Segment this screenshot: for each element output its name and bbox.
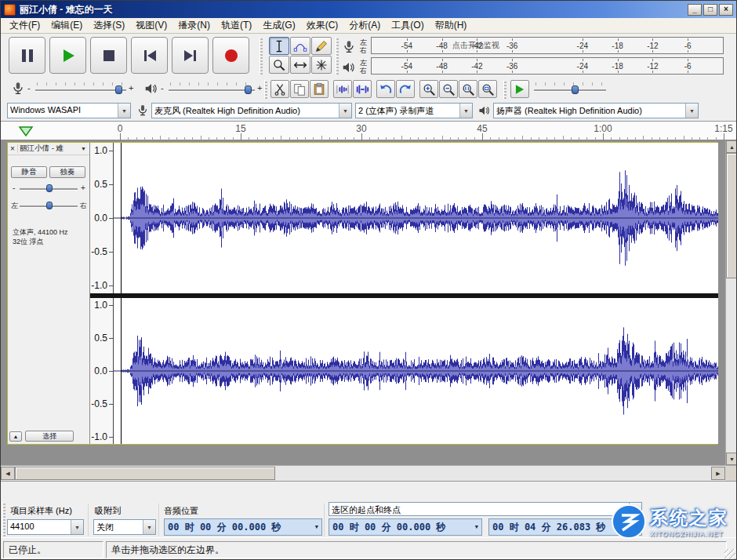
menu-select[interactable]: 选择(S) [88, 17, 130, 34]
title-bar[interactable]: 丽江小倩 - 难忘的一天 _ □ × [1, 1, 736, 18]
menu-view[interactable]: 视图(V) [130, 17, 172, 34]
selection-start-field[interactable]: 00 时 00 分 00.000 秒 ▼ [329, 518, 482, 536]
zoom-selection-button[interactable] [459, 80, 477, 98]
selection-tool-button[interactable] [269, 37, 289, 55]
amplitude-scale-label: 0.0 [94, 213, 107, 224]
mic-volume-thumb[interactable] [115, 85, 122, 94]
trim-audio-button[interactable] [333, 80, 352, 98]
undo-button[interactable] [376, 80, 395, 98]
record-channels-select[interactable]: 2 (立体声) 录制声道 ▼ [355, 103, 473, 118]
playback-meter[interactable]: -54-48-42-36-24-18-12-6 [371, 57, 724, 75]
gain-slider[interactable] [20, 183, 78, 194]
timeline-ruler[interactable]: 01530451:001:15 [1, 122, 736, 140]
play-speed-slider[interactable] [534, 81, 606, 95]
zoom-fit-button[interactable] [478, 80, 497, 98]
toolbar-gripper[interactable] [503, 80, 506, 99]
amplitude-scale-label: 1.0 [94, 300, 107, 311]
meter-tick [688, 38, 688, 41]
gain-thumb[interactable] [46, 184, 53, 192]
mic-volume-slider[interactable] [35, 81, 126, 95]
draw-tool-button[interactable] [311, 37, 332, 55]
silence-audio-button[interactable] [353, 80, 372, 98]
menu-transport[interactable]: 播录(N) [172, 17, 216, 34]
paste-button[interactable] [310, 80, 329, 98]
zoom-in-button[interactable] [419, 80, 438, 98]
cut-button[interactable] [270, 80, 289, 98]
watermark-title: 系统之家 [650, 506, 728, 530]
scroll-up-button[interactable]: ▲ [726, 140, 737, 153]
copy-button[interactable] [290, 80, 309, 98]
selection-range-mode-select[interactable]: 选区的起点和终点 ▼ [329, 502, 642, 516]
playback-volume-thumb[interactable] [245, 85, 252, 94]
waveform-channel-1[interactable] [114, 143, 718, 293]
input-device-select[interactable]: 麦克风 (Realtek High Definition Audio) ▼ [151, 103, 352, 118]
waveform-channel-2[interactable] [114, 298, 718, 444]
chevron-down-icon[interactable]: ▼ [473, 524, 478, 530]
vertical-scroll-thumb[interactable] [726, 153, 737, 278]
chevron-down-icon[interactable]: ▼ [313, 524, 318, 530]
meter-tick [407, 38, 408, 41]
resize-grip[interactable] [724, 549, 735, 560]
track-collapse-button[interactable]: ▲ [9, 431, 22, 442]
menu-tracks[interactable]: 轨道(T) [216, 17, 257, 34]
track-menu-arrow-icon[interactable]: ▼ [81, 146, 89, 151]
menu-effect[interactable]: 效果(C) [301, 17, 344, 34]
skip-to-end-button[interactable] [172, 37, 209, 74]
menu-file[interactable]: 文件(F) [4, 17, 45, 34]
play-at-speed-button[interactable] [510, 80, 529, 98]
multi-tool-button[interactable] [311, 56, 332, 74]
quick-play-pin-icon[interactable] [18, 125, 34, 137]
horizontal-scrollbar[interactable]: ◀ ▶ [1, 465, 725, 481]
vertical-scrollbar[interactable]: ▲ ▼ [725, 140, 737, 465]
project-rate-select[interactable]: 44100 ▼ [7, 519, 84, 535]
play-speed-thumb[interactable] [572, 85, 579, 94]
time-ruler-scale[interactable]: 01530451:001:15 [113, 122, 729, 140]
pan-slider[interactable] [20, 200, 78, 211]
ruler-tick [482, 133, 483, 140]
zoom-tool-button[interactable] [269, 56, 289, 74]
track-header[interactable]: × 丽江小倩 - 难 ▼ [8, 143, 89, 155]
mute-button[interactable]: 静音 [11, 166, 47, 178]
scroll-right-button[interactable]: ▶ [711, 467, 725, 480]
snap-to-select[interactable]: 关闭 ▼ [93, 519, 156, 535]
record-button[interactable] [212, 37, 249, 74]
skip-to-start-button[interactable] [131, 37, 168, 74]
track-select-button[interactable]: 选择 [25, 431, 74, 442]
horizontal-scroll-thumb[interactable] [15, 467, 275, 480]
playback-volume-slider[interactable] [169, 81, 255, 95]
zoom-out-button[interactable] [439, 80, 458, 98]
redo-button[interactable] [396, 80, 415, 98]
toolbar-gripper[interactable] [260, 37, 263, 75]
play-at-speed-icon [514, 83, 526, 96]
audio-position-field[interactable]: 00 时 00 分 00.000 秒 ▼ [164, 518, 322, 536]
play-button[interactable] [49, 37, 86, 74]
solo-button[interactable]: 独奏 [49, 166, 85, 178]
minimize-button[interactable]: _ [688, 4, 702, 16]
menu-generate[interactable]: 生成(G) [257, 17, 300, 34]
track-title[interactable]: 丽江小倩 - 难 [18, 144, 81, 154]
pan-thumb[interactable] [46, 202, 53, 209]
audio-position-value: 00 时 00 分 00.000 秒 [168, 521, 281, 534]
track-close-button[interactable]: × [8, 144, 18, 153]
audio-host-select[interactable]: Windows WASAPI ▼ [7, 103, 131, 118]
scroll-left-button[interactable]: ◀ [1, 467, 15, 480]
multi-tool-icon [314, 58, 329, 72]
maximize-button[interactable]: □ [703, 4, 717, 16]
menu-edit[interactable]: 编辑(E) [45, 17, 88, 34]
chevron-down-icon: ▼ [459, 104, 472, 118]
menu-analyze[interactable]: 分析(A) [343, 17, 386, 34]
output-device-select[interactable]: 扬声器 (Realtek High Definition Audio) ▼ [493, 103, 699, 118]
scroll-down-button[interactable]: ▼ [726, 453, 737, 465]
timeshift-tool-button[interactable] [290, 56, 310, 74]
toolbar-gripper[interactable] [336, 37, 339, 75]
recording-meter[interactable]: 点击开始监视 -54-48-42-36-24-18-12-6 [371, 37, 724, 54]
menu-help[interactable]: 帮助(H) [430, 17, 473, 34]
toolbar-gripper[interactable] [264, 80, 267, 99]
menu-tools[interactable]: 工具(O) [386, 17, 429, 34]
close-button[interactable]: × [719, 4, 733, 16]
toolbar-gripper[interactable] [2, 502, 5, 536]
amplitude-scale-tick [109, 218, 113, 219]
stop-button[interactable] [90, 37, 127, 74]
envelope-tool-button[interactable] [290, 37, 310, 55]
pause-button[interactable] [9, 37, 45, 74]
